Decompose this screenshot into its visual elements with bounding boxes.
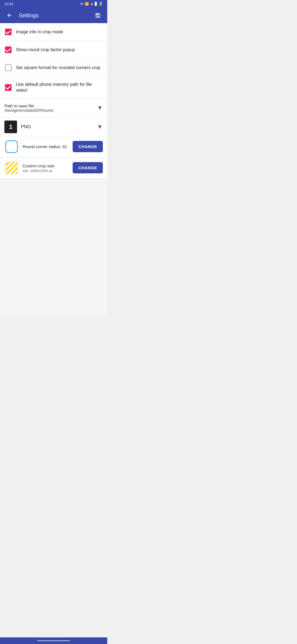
checkbox-checked-round-crop	[5, 47, 12, 53]
battery-icon: 🔋	[99, 2, 103, 6]
custom-crop-row: Custom crop size w/h: 1000x1000 px CHANG…	[0, 157, 107, 179]
checkbox-unchecked-square-format	[5, 64, 12, 71]
signal-icon: ▊	[95, 2, 97, 6]
path-value: /storage/emulated/0/Pictures	[4, 108, 97, 113]
setting-item-round-crop[interactable]: Show round crop factor popup	[0, 41, 107, 59]
checkbox-checked-image-info	[5, 29, 12, 35]
settings-content: Image info in crop mode Show round crop …	[0, 23, 107, 316]
round-corner-label: Round corner radius: 32	[23, 144, 69, 149]
label-square-format: Set square format for rounded corners cr…	[16, 65, 103, 71]
custom-crop-change-button[interactable]: CHANGE	[73, 162, 103, 173]
setting-item-image-info[interactable]: Image info in crop mode	[0, 23, 107, 41]
status-bar: 12:01 ⚙ 📶 ▲ ▊ 🔋	[0, 0, 107, 8]
format-dropdown-arrow: ▼	[97, 123, 103, 130]
checkbox-square-format[interactable]	[4, 64, 12, 72]
custom-crop-label: Custom crop size	[23, 163, 69, 169]
wifi-icon: ▲	[90, 2, 94, 6]
content-spacer	[0, 179, 107, 316]
path-text: Path to save file: /storage/emulated/0/P…	[4, 103, 97, 113]
checkbox-default-memory[interactable]	[4, 84, 12, 91]
format-number-box: 1	[4, 121, 17, 133]
status-icons: ⚙ 📶 ▲ ▊ 🔋	[80, 2, 103, 6]
custom-crop-icon-container	[4, 161, 19, 175]
round-corner-icon-container	[4, 140, 19, 154]
sim-icon: 📶	[85, 2, 89, 6]
format-text: PNG	[21, 124, 93, 130]
app-bar-left: Settings	[4, 10, 38, 20]
label-round-crop: Show round crop factor popup	[16, 47, 103, 53]
checkbox-checked-default-memory	[5, 84, 12, 91]
path-dropdown[interactable]: Path to save file: /storage/emulated/0/P…	[0, 99, 107, 118]
label-default-memory: Use default phone memory path for file s…	[16, 82, 103, 93]
save-button[interactable]	[93, 10, 103, 20]
round-corner-change-button[interactable]: CHANGE	[73, 141, 103, 152]
setting-item-square-format[interactable]: Set square format for rounded corners cr…	[0, 59, 107, 77]
status-time: 12:01	[4, 2, 13, 6]
setting-item-default-memory[interactable]: Use default phone memory path for file s…	[0, 77, 107, 99]
app-bar: Settings	[0, 8, 107, 23]
checkbox-round-crop[interactable]	[4, 46, 12, 54]
custom-crop-info: Custom crop size w/h: 1000x1000 px	[23, 163, 69, 173]
back-button[interactable]	[4, 10, 14, 20]
page-title: Settings	[19, 12, 38, 19]
checkbox-image-info[interactable]	[4, 28, 12, 36]
round-corner-icon	[5, 140, 18, 153]
settings-icon: ⚙	[80, 2, 83, 6]
round-corner-info: Round corner radius: 32	[23, 144, 69, 149]
path-label: Path to save file:	[4, 103, 97, 108]
label-image-info: Image info in crop mode	[16, 29, 103, 35]
custom-crop-icon	[5, 162, 18, 174]
path-dropdown-arrow: ▼	[97, 104, 103, 111]
custom-crop-sublabel: w/h: 1000x1000 px	[23, 169, 69, 173]
round-corner-row: Round corner radius: 32 CHANGE	[0, 136, 107, 157]
format-selector[interactable]: 1 PNG ▼	[0, 118, 107, 136]
